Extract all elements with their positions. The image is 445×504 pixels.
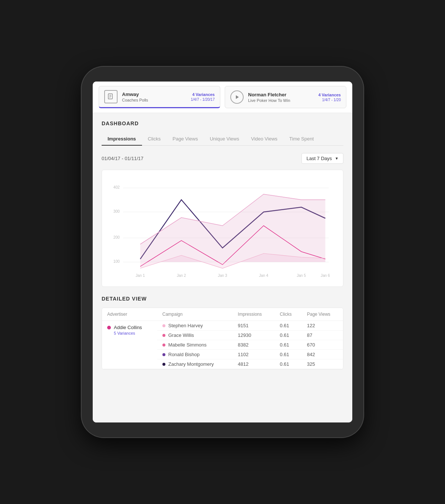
col-header-advertiser: Advertiser (102, 308, 157, 321)
card-norman-variances: 4 Variances (318, 93, 341, 97)
campaign-dot (162, 324, 165, 327)
campaign-name-cell: Mabelle Simmons (157, 340, 233, 350)
top-card-amway[interactable]: Amway Coaches Polls 4 Variances 1/4/7 - … (99, 86, 220, 108)
campaign-name-wrap: Stephen Harvey (162, 323, 228, 328)
svg-text:Jan 4: Jan 4 (259, 273, 268, 278)
detail-table-wrapper: Advertiser Campaign Impressions Clicks P… (102, 308, 343, 369)
svg-text:Jan 3: Jan 3 (218, 273, 227, 278)
svg-text:100: 100 (113, 259, 120, 263)
campaign-dot (162, 334, 165, 337)
svg-text:300: 300 (113, 209, 120, 213)
impressions-value: 1102 (233, 350, 274, 359)
impressions-value: 9151 (233, 321, 274, 331)
advertiser-cell: Addie Collins 5 Variances (102, 321, 157, 369)
card-norman-date: 1/4/7 - 1/20 (318, 98, 341, 102)
card-norman-info: Norman Fletcher Live Poker How To Win (248, 92, 314, 103)
advertiser-name-wrap: Addie Collins (107, 325, 152, 330)
campaign-dot (162, 353, 165, 356)
main-content: DASHBOARD Impressions Clicks Page Views … (93, 113, 352, 422)
detail-table: Advertiser Campaign Impressions Clicks P… (102, 308, 343, 369)
document-icon (104, 90, 118, 103)
top-card-norman[interactable]: Norman Fletcher Live Poker How To Win 4 … (225, 86, 346, 108)
impressions-value: 12930 (233, 331, 274, 340)
clicks-value: 0.61 (274, 321, 301, 331)
campaign-name: Ronald Bishop (168, 352, 200, 357)
col-header-clicks: Clicks (274, 308, 301, 321)
card-amway-title: Amway (122, 92, 187, 97)
top-cards-bar: Amway Coaches Polls 4 Variances 1/4/7 - … (93, 82, 352, 113)
play-icon (230, 90, 244, 104)
campaign-name-wrap: Grace Willis (162, 332, 228, 338)
advertiser-name: Addie Collins (114, 325, 142, 330)
campaign-name-cell: Ronald Bishop (157, 350, 233, 359)
card-amway-meta: 4 Variances 1/4/7 - 1/20/17 (191, 92, 215, 102)
card-amway-subtitle: Coaches Polls (122, 98, 187, 102)
svg-text:Jan 1: Jan 1 (136, 273, 145, 278)
impressions-value: 8382 (233, 340, 274, 350)
card-norman-subtitle: Live Poker How To Win (248, 98, 314, 103)
date-range-text: 01/04/17 - 01/11/17 (102, 156, 144, 161)
campaign-dot (162, 363, 165, 366)
tab-pageviews[interactable]: Page Views (167, 132, 204, 145)
svg-text:Jan 5: Jan 5 (297, 273, 306, 278)
clicks-value: 0.61 (274, 340, 301, 350)
campaign-name-cell: Grace Willis (157, 331, 233, 340)
chevron-down-icon: ▼ (335, 156, 339, 160)
tab-clicks[interactable]: Clicks (142, 132, 167, 145)
pageviews-value: 87 (302, 331, 343, 340)
card-amway-variances: 4 Variances (191, 92, 215, 97)
card-norman-title: Norman Fletcher (248, 92, 314, 97)
tab-uniqueviews[interactable]: Unique Views (204, 132, 245, 145)
campaign-name: Zachary Montgomery (168, 361, 214, 367)
pageviews-value: 325 (302, 359, 343, 369)
card-amway-date: 1/4/7 - 1/20/17 (191, 97, 215, 102)
pageviews-value: 122 (302, 321, 343, 331)
svg-marker-19 (140, 194, 325, 262)
impressions-chart: 402 300 200 100 Jan 1 Jan 2 Jan 3 Jan 4 … (109, 178, 336, 281)
dashboard-title: DASHBOARD (102, 120, 343, 126)
advertiser-color-dot (107, 326, 111, 329)
impressions-value: 4812 (233, 359, 274, 369)
campaign-name-wrap: Zachary Montgomery (162, 361, 228, 367)
campaign-name: Mabelle Simmons (168, 342, 207, 348)
clicks-value: 0.61 (274, 359, 301, 369)
col-header-pageviews: Page Views (302, 308, 343, 321)
svg-text:Jan 6: Jan 6 (321, 273, 330, 278)
svg-text:Jan 2: Jan 2 (177, 273, 186, 278)
date-picker-button[interactable]: Last 7 Days ▼ (301, 153, 343, 164)
campaign-name: Grace Willis (168, 332, 194, 338)
tab-videoviews[interactable]: Video Views (245, 132, 283, 145)
campaign-name-wrap: Mabelle Simmons (162, 342, 228, 348)
campaign-name-cell: Zachary Montgomery (157, 359, 233, 369)
svg-text:200: 200 (113, 235, 120, 239)
clicks-value: 0.61 (274, 331, 301, 340)
dashboard-tabs: Impressions Clicks Page Views Unique Vie… (102, 132, 343, 146)
pageviews-value: 670 (302, 340, 343, 350)
col-header-campaign: Campaign (157, 308, 233, 321)
campaign-name-cell: Stephen Harvey (157, 321, 233, 331)
pageviews-value: 842 (302, 350, 343, 359)
advertiser-variances[interactable]: 5 Variances (107, 331, 152, 335)
chart-container: 402 300 200 100 Jan 1 Jan 2 Jan 3 Jan 4 … (102, 170, 343, 287)
tab-impressions[interactable]: Impressions (102, 132, 142, 145)
campaign-name: Stephen Harvey (168, 323, 203, 328)
date-range-row: 01/04/17 - 01/11/17 Last 7 Days ▼ (102, 153, 343, 164)
svg-text:402: 402 (113, 185, 120, 189)
svg-marker-4 (236, 95, 239, 99)
tablet-device: Amway Coaches Polls 4 Variances 1/4/7 - … (82, 67, 363, 437)
tab-timespent[interactable]: Time Spent (283, 132, 320, 145)
clicks-value: 0.61 (274, 350, 301, 359)
date-picker-label: Last 7 Days (306, 156, 332, 161)
campaign-dot (162, 344, 165, 346)
col-header-impressions: Impressions (233, 308, 274, 321)
card-norman-meta: 4 Variances 1/4/7 - 1/20 (318, 93, 341, 102)
detailed-view-title: DETAILED VIEW (102, 296, 343, 302)
campaign-name-wrap: Ronald Bishop (162, 352, 228, 357)
card-amway-info: Amway Coaches Polls (122, 92, 187, 102)
table-row: Addie Collins 5 Variances Stephen Harvey… (102, 321, 343, 331)
tablet-screen: Amway Coaches Polls 4 Variances 1/4/7 - … (93, 82, 352, 422)
